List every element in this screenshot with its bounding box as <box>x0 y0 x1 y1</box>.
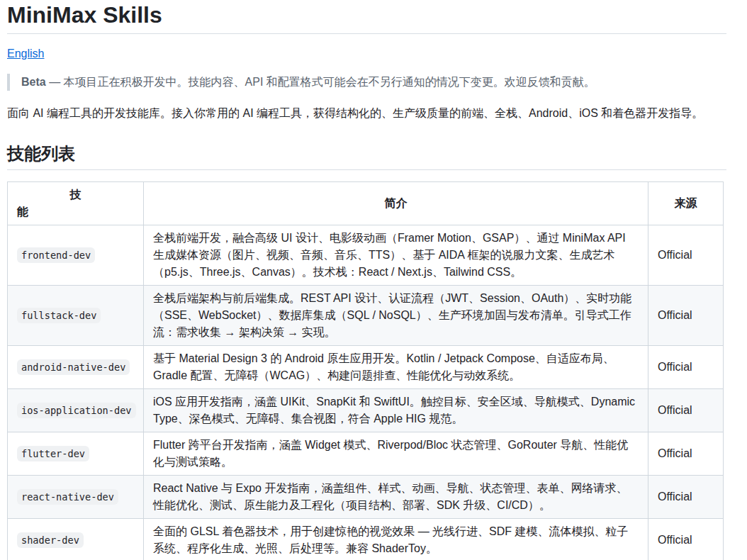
skills-table: 技 能 简介 来源 frontend-dev 全栈前端开发，融合高级 UI 设计… <box>7 181 724 560</box>
skill-description: iOS 应用开发指南，涵盖 UIKit、SnapKit 和 SwiftUI。触控… <box>144 389 648 432</box>
table-row: fullstack-dev 全栈后端架构与前后端集成。REST API 设计、认… <box>8 286 724 346</box>
skill-source: Official <box>648 389 724 432</box>
section-title-skill-list: 技能列表 <box>7 143 726 170</box>
skill-description: Flutter 跨平台开发指南，涵盖 Widget 模式、Riverpod/Bl… <box>144 432 648 476</box>
readme-content: MiniMax Skills English Beta — 本项目正在积极开发中… <box>7 0 726 560</box>
intro-paragraph: 面向 AI 编程工具的开发技能库。接入你常用的 AI 编程工具，获得结构化的、生… <box>7 105 726 122</box>
beta-note-text: — 本项目正在积极开发中。技能内容、API 和配置格式可能会在不另行通知的情况下… <box>46 76 595 88</box>
skill-source: Official <box>648 286 724 346</box>
beta-notice: Beta — 本项目正在积极开发中。技能内容、API 和配置格式可能会在不另行通… <box>7 74 726 91</box>
language-switcher: English <box>7 45 726 62</box>
skill-source: Official <box>648 476 724 519</box>
table-row: android-native-dev 基于 Material Design 3 … <box>8 346 724 389</box>
col-header-source: 来源 <box>648 182 724 225</box>
col-header-skill: 技 能 <box>8 182 144 225</box>
skill-code-chip: android-native-dev <box>17 359 130 375</box>
skill-description: React Native 与 Expo 开发指南，涵盖组件、样式、动画、导航、状… <box>144 476 648 519</box>
skill-description: 全面的 GLSL 着色器技术，用于创建惊艳的视觉效果 — 光线行进、SDF 建模… <box>144 519 648 560</box>
col-header-skill-line1: 技 <box>17 186 134 203</box>
table-row: react-native-dev React Native 与 Expo 开发指… <box>8 476 724 519</box>
beta-label: Beta <box>21 76 46 88</box>
skill-description: 基于 Material Design 3 的 Android 原生应用开发。Ko… <box>144 346 648 389</box>
skill-code-chip: flutter-dev <box>17 446 89 461</box>
skill-source: Official <box>648 519 724 560</box>
skill-description: 全栈后端架构与前后端集成。REST API 设计、认证流程（JWT、Sessio… <box>144 286 648 346</box>
col-header-description: 简介 <box>144 182 648 225</box>
skill-source: Official <box>648 225 724 286</box>
skill-code-chip: shader-dev <box>17 532 84 548</box>
table-row: ios-application-dev iOS 应用开发指南，涵盖 UIKit、… <box>8 389 724 432</box>
skill-code-chip: frontend-dev <box>17 247 95 263</box>
col-header-skill-line2: 能 <box>17 203 134 220</box>
table-row: shader-dev 全面的 GLSL 着色器技术，用于创建惊艳的视觉效果 — … <box>8 519 724 560</box>
skill-source: Official <box>648 432 724 476</box>
skill-description: 全栈前端开发，融合高级 UI 设计、电影级动画（Framer Motion、GS… <box>144 225 648 286</box>
english-link[interactable]: English <box>7 47 44 60</box>
table-row: frontend-dev 全栈前端开发，融合高级 UI 设计、电影级动画（Fra… <box>8 225 724 286</box>
page-title: MiniMax Skills <box>7 1 726 34</box>
table-row: flutter-dev Flutter 跨平台开发指南，涵盖 Widget 模式… <box>8 432 724 476</box>
skill-code-chip: fullstack-dev <box>17 308 101 323</box>
skill-code-chip: ios-application-dev <box>17 403 136 418</box>
table-header-row: 技 能 简介 来源 <box>8 182 724 225</box>
skill-source: Official <box>648 346 724 389</box>
skill-code-chip: react-native-dev <box>17 489 118 505</box>
